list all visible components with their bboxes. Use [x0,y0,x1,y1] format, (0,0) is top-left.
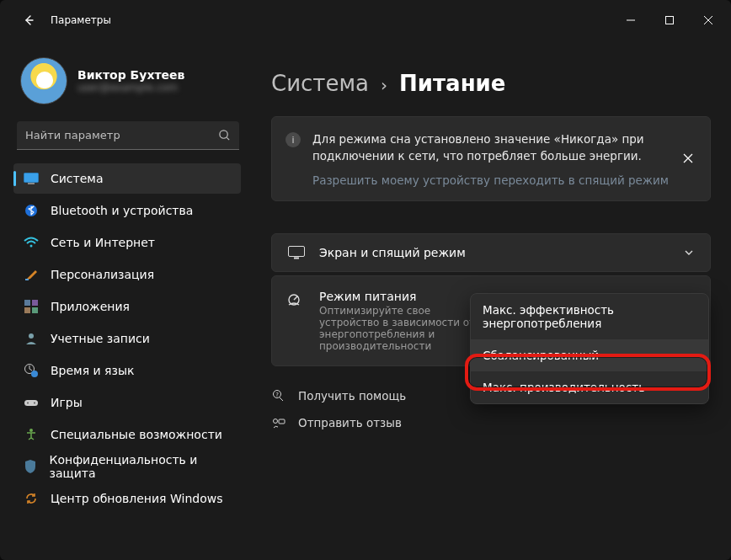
sidebar-item-label: Центр обновления Windows [51,492,222,505]
update-icon [24,491,39,506]
card-subtitle: Оптимизируйте свое устройство в зависимо… [319,305,488,352]
gamepad-icon [24,395,39,410]
search-icon [218,129,231,141]
svg-rect-25 [289,246,305,256]
maximize-icon [665,16,674,24]
window-controls [611,7,728,34]
screen-icon [287,246,306,259]
chevron-down-icon [683,247,695,259]
link-label: Отправить отзыв [298,416,402,429]
avatar [20,57,67,104]
svg-rect-11 [25,279,29,280]
sidebar-item-label: Учетные записи [51,332,150,345]
back-button[interactable] [12,3,45,37]
sidebar-item-label: Время и язык [51,364,134,377]
system-icon [24,171,39,186]
user-name: Виктор Бухтеев [77,68,184,82]
user-email: user@example.com [77,82,184,93]
person-icon [24,331,39,346]
sidebar-item-apps[interactable]: Приложения [13,291,241,322]
svg-rect-7 [24,173,39,183]
give-feedback-link[interactable]: Отправить отзыв [271,415,711,430]
svg-point-18 [31,371,38,377]
arrow-left-icon [22,13,35,27]
svg-point-20 [27,403,29,404]
sidebar-item-label: Сеть и Интернет [51,236,155,249]
svg-point-22 [29,429,33,432]
svg-rect-15 [32,307,38,313]
sidebar-item-gaming[interactable]: Игры [13,387,241,418]
svg-rect-12 [24,300,30,306]
power-mode-icon [287,293,306,307]
sidebar-item-windows-update[interactable]: Центр обновления Windows [13,483,241,514]
sidebar-item-label: Игры [51,396,83,409]
sidebar-item-time-language[interactable]: Время и язык [13,355,241,386]
brush-icon [24,267,39,282]
sidebar-item-privacy[interactable]: Конфиденциальность и защита [13,451,241,482]
svg-point-16 [29,333,34,339]
sidebar-item-personalization[interactable]: Персонализация [13,259,241,290]
close-icon [683,153,693,163]
banner-text: Для режима сна установлено значение «Ник… [312,131,670,165]
svg-rect-19 [24,400,38,406]
user-block[interactable]: Виктор Бухтеев user@example.com [13,54,253,118]
nav-list: Система Bluetooth и устройства Сеть и Ин… [13,163,253,514]
close-button[interactable] [689,7,728,34]
apps-icon [24,299,39,314]
sidebar-item-accounts[interactable]: Учетные записи [13,323,241,354]
power-mode-dropdown[interactable]: Макс. эффективность энергопотребления Сб… [470,293,709,404]
sidebar-item-label: Bluetooth и устройства [51,204,193,217]
sidebar-item-label: Специальные возможности [51,428,222,441]
sidebar-item-accessibility[interactable]: Специальные возможности [13,419,241,450]
svg-rect-14 [24,307,30,313]
link-label: Получить помощь [298,389,406,403]
banner-action-link[interactable]: Разрешить моему устройству переходить в … [312,173,670,187]
info-icon: i [285,132,301,147]
minimize-button[interactable] [611,7,650,34]
sidebar-item-bluetooth[interactable]: Bluetooth и устройства [13,195,241,226]
banner-close-button[interactable] [675,145,702,172]
help-icon: ? [271,388,286,403]
maximize-button[interactable] [650,7,689,34]
card-title: Экран и спящий режим [319,246,466,259]
window-title: Параметры [51,14,111,26]
shield-icon [24,459,37,474]
svg-rect-26 [294,257,299,259]
sidebar-item-label: Система [51,172,103,185]
dropdown-option-balanced[interactable]: Сбалансированный [471,339,708,371]
titlebar: Параметры [0,0,731,40]
chevron-right-icon: › [381,75,387,95]
sidebar-item-system[interactable]: Система [13,163,241,194]
svg-rect-13 [32,300,38,306]
bluetooth-icon [24,203,39,218]
page-title: Питание [399,71,505,96]
svg-point-21 [34,403,35,404]
search-input[interactable] [25,129,218,141]
settings-window: Параметры Виктор Бухтеев user@example.co… [0,0,731,560]
svg-rect-8 [28,183,35,184]
screen-sleep-card[interactable]: Экран и спящий режим [271,233,711,272]
svg-line-6 [227,137,229,140]
sidebar-item-label: Приложения [51,300,130,313]
svg-point-5 [220,131,227,138]
sidebar: Виктор Бухтеев user@example.com Система … [0,40,253,560]
card-title: Режим питания [319,290,488,303]
accessibility-icon [24,427,39,442]
svg-point-30 [274,419,278,423]
breadcrumb: Система › Питание [271,71,711,96]
feedback-icon [271,415,286,430]
clock-globe-icon [24,363,39,378]
sidebar-item-label: Персонализация [51,268,154,281]
svg-rect-2 [666,17,674,24]
dropdown-option-best-performance[interactable]: Макс. производительность [471,371,708,403]
dropdown-option-best-efficiency[interactable]: Макс. эффективность энергопотребления [471,294,708,339]
close-icon [704,16,712,24]
minimize-icon [627,16,635,24]
wifi-icon [24,235,39,250]
breadcrumb-parent[interactable]: Система [271,71,369,96]
sidebar-item-label: Конфиденциальность и защита [49,453,231,480]
search-box[interactable] [17,121,239,150]
info-banner: i Для режима сна установлено значение «Н… [271,116,711,201]
sidebar-item-network[interactable]: Сеть и Интернет [13,227,241,258]
svg-rect-31 [279,419,285,424]
